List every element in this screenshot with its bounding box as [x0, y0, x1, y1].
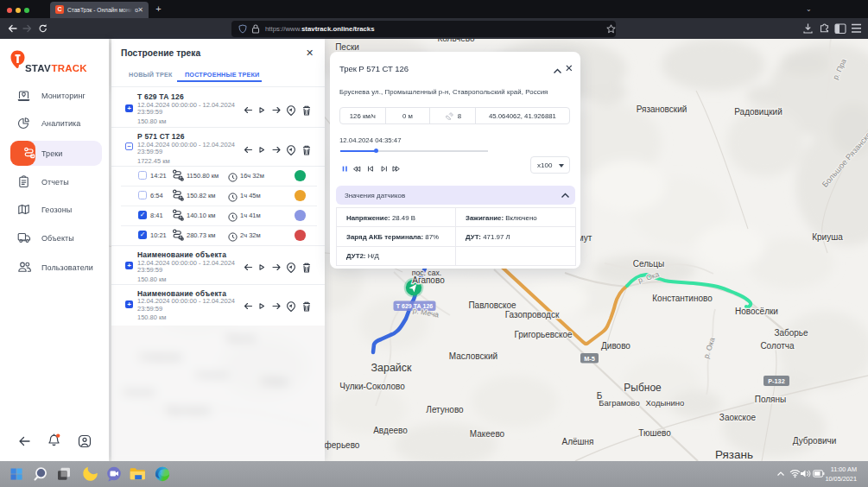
svg-text:Б: Б	[597, 391, 603, 401]
svg-text:Газопроводск: Газопроводск	[505, 310, 560, 319]
svg-text:Рязановский: Рязановский	[637, 104, 687, 114]
svg-text:М-5: М-5	[584, 355, 595, 363]
svg-text:Солотча: Солотча	[760, 341, 795, 351]
svg-text:Новосёлки: Новосёлки	[735, 307, 778, 316]
svg-text:Макеево: Макеево	[470, 429, 505, 439]
svg-text:Заборье: Заборье	[774, 328, 808, 338]
svg-text:Летуново: Летуново	[426, 405, 464, 414]
svg-text:Дивово: Дивово	[601, 341, 630, 351]
svg-text:Тюшево: Тюшево	[638, 428, 671, 438]
svg-text:Павловское: Павловское	[468, 300, 516, 310]
svg-text:Кольчево: Кольчево	[437, 39, 475, 43]
svg-text:ферьево: ферьево	[325, 440, 360, 450]
svg-text:Дубровичи: Дубровичи	[793, 436, 837, 446]
svg-text:Криуша: Криуша	[812, 232, 843, 242]
svg-text:Авдеево: Авдеево	[373, 426, 408, 435]
svg-text:Константиново: Константиново	[652, 294, 713, 303]
svg-text:Масловский: Масловский	[449, 351, 497, 361]
svg-text:Заокское: Заокское	[719, 413, 757, 422]
svg-text:Рязань: Рязань	[715, 448, 753, 461]
svg-text:Зарайск: Зарайск	[371, 362, 412, 374]
svg-text:Поляны: Поляны	[755, 395, 787, 404]
svg-text:Баграмово: Баграмово	[599, 398, 640, 408]
svg-text:Р-132: Р-132	[768, 377, 784, 385]
svg-text:Радовицкий: Радовицкий	[734, 107, 782, 117]
svg-text:Григорьевское: Григорьевское	[514, 330, 573, 339]
svg-text:Чулки-Соколово: Чулки-Соколово	[339, 382, 405, 391]
svg-text:Рыбное: Рыбное	[624, 382, 662, 394]
svg-text:Сельцы: Сельцы	[633, 259, 664, 269]
svg-text:Агапово: Агапово	[412, 275, 445, 285]
svg-text:Алёшня: Алёшня	[561, 437, 593, 446]
svg-text:Ходынино: Ходынино	[646, 398, 685, 408]
svg-text:Пески: Пески	[335, 42, 359, 52]
